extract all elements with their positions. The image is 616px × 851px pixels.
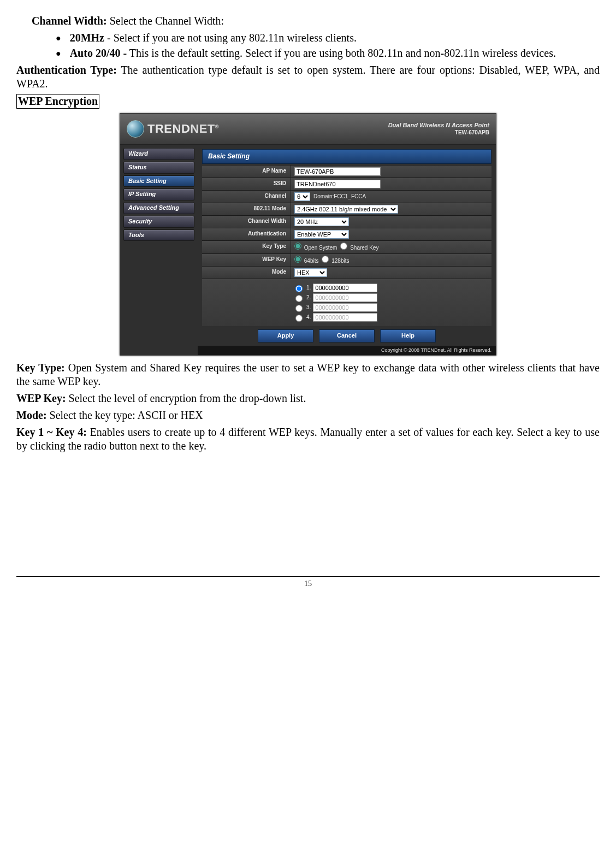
page-number: 15 — [16, 579, 600, 589]
label-80211-mode: 802.11 Mode — [202, 203, 291, 215]
copyright-footer: Copyright © 2008 TRENDnet. All Rights Re… — [198, 346, 496, 355]
channel-width-label: Channel Width: — [32, 15, 107, 27]
sidebar-item-ip-setting[interactable]: IP Setting — [123, 188, 194, 200]
key-row-1: 1. — [293, 283, 488, 292]
key-row-3: 3. — [293, 303, 488, 312]
radio-shared-key-wrap[interactable]: Shared Key — [340, 243, 378, 252]
label-ssid: SSID — [202, 178, 291, 190]
key-row-4: 4. — [293, 313, 488, 322]
key-type-label: Key Type: — [16, 362, 65, 374]
brand-net: NET — [190, 122, 215, 135]
form-area: AP Name SSID Channel 6 Domain:FCC1_FCCA — [198, 165, 496, 326]
sidebar-item-wizard[interactable]: Wizard — [123, 148, 194, 160]
panel-title: Basic Setting — [202, 149, 491, 164]
wep-key-text: Select the level of encryption from the … — [66, 392, 306, 404]
row-wep-key: WEP Key 64bits 128bits — [202, 253, 491, 267]
bullet-auto2040-text: - This is the default setting. Select if… — [120, 47, 555, 59]
label-channel: Channel — [202, 191, 291, 203]
router-ui: TRENDNET® Dual Band Wireless N Access Po… — [120, 113, 496, 356]
bullet-20mhz-label: 20MHz — [70, 32, 104, 44]
radio-open-system-label: Open System — [304, 245, 337, 251]
sidebar-item-advanced-setting[interactable]: Advanced Setting — [123, 202, 194, 214]
key-row-2: 2. — [293, 293, 488, 302]
brand-trend: TREND — [147, 122, 190, 135]
radio-key1[interactable] — [295, 285, 303, 292]
bullet-auto2040-content: Auto 20/40 - This is the default setting… — [70, 46, 556, 60]
input-ap-name[interactable] — [294, 167, 381, 176]
radio-key2[interactable] — [295, 295, 303, 302]
bullet-dot-icon: ● — [56, 46, 61, 61]
radio-64bits-label: 64bits — [304, 258, 319, 264]
input-key3[interactable] — [313, 303, 377, 312]
button-bar: Apply Cancel Help — [198, 326, 496, 346]
row-key-type: Key Type Open System Shared Key — [202, 240, 491, 253]
select-channel-width[interactable]: 20 MHz — [294, 217, 349, 226]
input-key1[interactable] — [313, 283, 377, 292]
bullet-list: ● 20MHz - Select if you are not using an… — [16, 31, 600, 60]
radio-open-system-wrap[interactable]: Open System — [294, 243, 337, 252]
radio-open-system[interactable] — [294, 243, 301, 250]
row-channel: Channel 6 Domain:FCC1_FCCA — [202, 190, 491, 203]
logo: TRENDNET® — [127, 120, 219, 138]
sidebar-item-security[interactable]: Security — [123, 216, 194, 228]
sidebar-item-basic-setting[interactable]: Basic Setting — [123, 175, 194, 187]
bullet-auto2040: ● Auto 20/40 - This is the default setti… — [56, 46, 600, 61]
auth-type-label: Authentication Type: — [16, 64, 117, 76]
row-channel-width: Channel Width 20 MHz — [202, 215, 491, 228]
key-rows: 1. 2. 3. — [202, 279, 491, 326]
select-80211-mode[interactable]: 2.4GHz 802.11 b/g/n mixed mode — [294, 205, 398, 214]
key1-num: 1. — [306, 285, 311, 292]
radio-128bits-wrap[interactable]: 128bits — [322, 256, 349, 265]
radio-shared-key[interactable] — [340, 243, 347, 250]
input-key2[interactable] — [313, 293, 377, 302]
radio-key4[interactable] — [295, 315, 303, 322]
key-type-para: Key Type: Open System and Shared Key req… — [16, 361, 600, 388]
label-authentication: Authentication — [202, 228, 291, 240]
row-80211-mode: 802.11 Mode 2.4GHz 802.11 b/g/n mixed mo… — [202, 203, 491, 215]
footer-rule — [16, 576, 600, 577]
registered-icon: ® — [215, 124, 219, 129]
label-channel-width: Channel Width — [202, 216, 291, 228]
mode-label: Mode: — [16, 409, 47, 421]
key14-text: Enables users to create up to 4 differen… — [16, 426, 600, 452]
bullet-dot-icon: ● — [56, 31, 61, 45]
bullet-20mhz-content: 20MHz - Select if you are not using any … — [70, 31, 357, 45]
input-ssid[interactable] — [294, 180, 381, 188]
radio-key3[interactable] — [295, 305, 303, 312]
auth-type-para: Authentication Type: The authentication … — [16, 63, 600, 91]
sidebar: Wizard Status Basic Setting IP Setting A… — [120, 145, 198, 355]
bullet-auto2040-label: Auto 20/40 — [70, 47, 121, 59]
radio-128bits[interactable] — [322, 256, 329, 263]
select-channel[interactable]: 6 — [294, 192, 310, 201]
brand-text: TRENDNET® — [147, 121, 219, 137]
globe-icon — [127, 120, 144, 138]
router-header: TRENDNET® Dual Band Wireless N Access Po… — [120, 114, 496, 145]
sidebar-item-status[interactable]: Status — [123, 162, 194, 174]
key4-num: 4. — [306, 314, 311, 321]
mode-para: Mode: Select the key type: ASCII or HEX — [16, 409, 600, 422]
radio-shared-key-label: Shared Key — [350, 245, 378, 251]
header-right: Dual Band Wireless N Access Point TEW-67… — [388, 122, 489, 136]
row-mode: Mode HEX — [202, 266, 491, 279]
main-panel: Basic Setting AP Name SSID Channel 6 — [198, 145, 496, 355]
select-authentication[interactable]: Enable WEP — [294, 230, 349, 239]
input-key4[interactable] — [313, 313, 377, 322]
radio-128bits-label: 128bits — [331, 258, 349, 264]
cancel-button[interactable]: Cancel — [319, 329, 375, 342]
header-model: TEW-670APB — [388, 129, 489, 137]
channel-width-text: Select the Channel Width: — [107, 15, 224, 27]
header-title: Dual Band Wireless N Access Point — [388, 122, 489, 128]
apply-button[interactable]: Apply — [258, 329, 313, 342]
channel-domain: Domain:FCC1_FCCA — [313, 193, 366, 200]
key14-para: Key 1 ~ Key 4: Enables users to create u… — [16, 426, 600, 453]
sidebar-item-tools[interactable]: Tools — [123, 229, 194, 241]
row-ap-name: AP Name — [202, 165, 491, 178]
wep-key-label: WEP Key: — [16, 392, 66, 404]
label-wep-key: WEP Key — [202, 254, 291, 267]
select-mode[interactable]: HEX — [294, 268, 327, 277]
radio-64bits[interactable] — [294, 256, 301, 263]
row-ssid: SSID — [202, 178, 491, 190]
help-button[interactable]: Help — [380, 329, 436, 342]
radio-64bits-wrap[interactable]: 64bits — [294, 256, 318, 265]
key2-num: 2. — [306, 294, 311, 302]
